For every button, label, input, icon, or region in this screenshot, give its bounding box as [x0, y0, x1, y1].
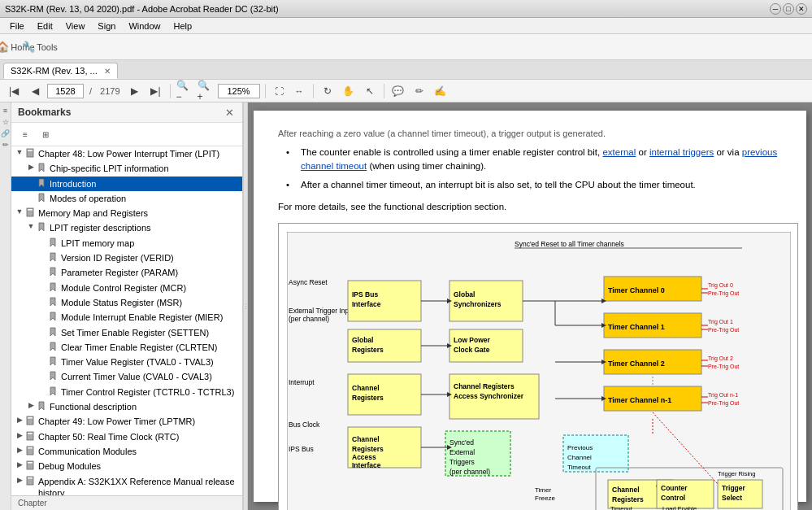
tree-label-11: Module Interrupt Enable Register (MIER): [61, 312, 239, 323]
zoom-in-button[interactable]: 🔍+: [197, 82, 215, 100]
fit-width-button[interactable]: ↔: [291, 82, 308, 100]
tree-expand-0[interactable]: ▼: [15, 148, 24, 158]
svg-text:Synchronizers: Synchronizers: [454, 300, 502, 308]
tree-expand-4[interactable]: ▼: [15, 207, 24, 217]
sidebar-item-12[interactable]: Set Timer Enable Register (SETTEN): [11, 325, 242, 340]
next-page-button[interactable]: ▶: [126, 82, 144, 100]
tree-icon-2: [36, 178, 47, 188]
prev-page-button[interactable]: ◀: [26, 82, 44, 100]
sidebar-item-10[interactable]: Module Status Register (MSR): [11, 295, 242, 310]
tree-icon-7: [47, 252, 59, 262]
sidebar-item-6[interactable]: LPIT memory map: [11, 236, 242, 251]
nav-toolbar: |◀ ◀ 1528 / 2179 ▶ ▶| 🔍− 🔍+ 125% ⛶ ↔ ↻ ✋…: [0, 80, 812, 102]
content-area[interactable]: After reaching a zero value (a channel t…: [248, 102, 812, 510]
link-external[interactable]: external: [602, 147, 636, 157]
panel-icon-4[interactable]: ✏: [1, 140, 11, 150]
sidebar-item-13[interactable]: Clear Timer Enable Register (CLRTEN): [11, 340, 242, 355]
menu-sign[interactable]: Sign: [91, 20, 122, 33]
panel-icon-3[interactable]: 🔗: [1, 129, 11, 138]
tab-document[interactable]: S32K-RM (Rev. 13, ... ✕: [3, 63, 118, 79]
tab-bar: S32K-RM (Rev. 13, ... ✕: [0, 60, 812, 80]
svg-marker-3: [39, 179, 44, 187]
sidebar-title: Bookmarks: [18, 107, 71, 118]
svg-rect-6: [28, 209, 33, 211]
sign-button[interactable]: ✍: [432, 82, 449, 100]
svg-text:Freeze: Freeze: [535, 495, 555, 502]
sidebar-item-0[interactable]: ▼Chapter 48: Low Power Interrupt Timer (…: [11, 146, 242, 161]
panel-icon-2[interactable]: ☆: [1, 117, 11, 127]
sidebar-item-14[interactable]: Timer Value Register (TVAL0 - TVAL3): [11, 355, 242, 369]
svg-text:Timer Channel 2: Timer Channel 2: [608, 360, 665, 368]
tree-icon-15: [47, 371, 59, 381]
close-button[interactable]: ✕: [796, 3, 807, 15]
sidebar-options-btn[interactable]: ⊞: [37, 125, 54, 143]
bullet-text-1: The counter enable is controlled using a…: [301, 146, 782, 174]
fit-page-button[interactable]: ⛶: [271, 82, 288, 100]
app-title: S32K-RM (Rev. 13, 04 2020).pdf - Adobe A…: [5, 4, 279, 14]
svg-marker-15: [50, 342, 55, 351]
sidebar-item-8[interactable]: Parameter Register (PARAM): [11, 265, 242, 280]
hand-tool-button[interactable]: ✋: [340, 82, 358, 100]
tab-close-button[interactable]: ✕: [104, 67, 111, 76]
tree-label-6: LPIT memory map: [61, 238, 239, 249]
tree-expand-18[interactable]: ▶: [15, 416, 24, 425]
menu-file[interactable]: File: [3, 20, 31, 33]
sidebar-item-4[interactable]: ▼Memory Map and Registers: [11, 206, 242, 220]
sidebar-item-17[interactable]: ▶Functional description: [11, 399, 242, 414]
tree-label-19: Chapter 50: Real Time Clock (RTC): [38, 431, 239, 442]
rotate-button[interactable]: ↻: [319, 82, 337, 100]
minimize-button[interactable]: ─: [770, 3, 781, 15]
svg-text:Bus Clock: Bus Clock: [289, 421, 320, 429]
svg-text:Clock Gate: Clock Gate: [454, 346, 490, 354]
panel-icon-1[interactable]: ≡: [1, 106, 11, 116]
link-internal-triggers[interactable]: internal triggers: [649, 147, 714, 157]
title-bar: S32K-RM (Rev. 13, 04 2020).pdf - Adobe A…: [0, 0, 812, 18]
zoom-out-button[interactable]: 🔍−: [176, 82, 193, 100]
tree-icon-20: [24, 446, 36, 456]
svg-text:Trigger Rising: Trigger Rising: [718, 470, 755, 477]
highlight-button[interactable]: ✏: [410, 82, 428, 100]
page-number-input[interactable]: 1528: [47, 84, 84, 98]
tree-expand-1[interactable]: ▶: [26, 163, 36, 172]
pdf-bullet-2: • After a channel timer timeout, an inte…: [278, 178, 782, 192]
menu-window[interactable]: Window: [122, 20, 167, 33]
tree-expand-20[interactable]: ▶: [15, 446, 24, 456]
sidebar-item-15[interactable]: Current Timer Value (CVAL0 - CVAL3): [11, 369, 242, 384]
sidebar-item-21[interactable]: ▶Debug Modules: [11, 459, 242, 473]
tools-button[interactable]: 🔧 Tools: [29, 37, 50, 58]
sidebar-item-19[interactable]: ▶Chapter 50: Real Time Clock (RTC): [11, 429, 242, 444]
sidebar-item-9[interactable]: Module Control Register (MCR): [11, 281, 242, 295]
page-separator: /: [87, 86, 94, 96]
sidebar-item-2[interactable]: Introduction: [11, 177, 242, 191]
sidebar-item-3[interactable]: Modes of operation: [11, 191, 242, 206]
tree-expand-19[interactable]: ▶: [15, 431, 24, 441]
sidebar-item-1[interactable]: ▶Chip-specific LPIT information: [11, 161, 242, 176]
lpit-diagram: Async Reset External Trigger Inputs (per…: [287, 232, 791, 511]
tree-expand-21[interactable]: ▶: [15, 460, 24, 470]
sidebar-item-5[interactable]: ▼LPIT register descriptions: [11, 220, 242, 235]
sidebar-item-18[interactable]: ▶Chapter 49: Low Power Timer (LPTMR): [11, 414, 242, 429]
menu-help[interactable]: Help: [167, 20, 199, 33]
first-page-button[interactable]: |◀: [5, 82, 23, 100]
tools-icon: 🔧: [22, 41, 35, 53]
sidebar-close-button[interactable]: ✕: [223, 106, 236, 119]
tree-expand-22[interactable]: ▶: [15, 476, 24, 486]
zoom-input[interactable]: 125%: [218, 84, 260, 98]
select-tool-button[interactable]: ↖: [361, 82, 379, 100]
sidebar-expand-btn[interactable]: ≡: [16, 125, 34, 143]
home-icon: 🏠: [0, 41, 9, 53]
tree-label-9: Module Control Register (MCR): [61, 282, 239, 294]
tree-expand-5[interactable]: ▼: [26, 222, 36, 232]
sidebar-item-20[interactable]: ▶Communication Modules: [11, 444, 242, 459]
comment-button[interactable]: 💬: [389, 82, 407, 100]
menu-edit[interactable]: Edit: [31, 20, 59, 33]
tree-expand-17[interactable]: ▶: [26, 401, 36, 411]
sidebar-item-11[interactable]: Module Interrupt Enable Register (MIER): [11, 310, 242, 325]
menu-view[interactable]: View: [59, 20, 92, 33]
last-page-button[interactable]: ▶|: [147, 82, 165, 100]
svg-text:Low Power: Low Power: [454, 336, 491, 344]
sidebar-item-16[interactable]: Timer Control Register (TCTRL0 - TCTRL3): [11, 385, 242, 399]
sidebar-item-7[interactable]: Version ID Register (VERID): [11, 251, 242, 265]
maximize-button[interactable]: □: [783, 3, 794, 15]
svg-text:Trigger: Trigger: [722, 484, 746, 492]
